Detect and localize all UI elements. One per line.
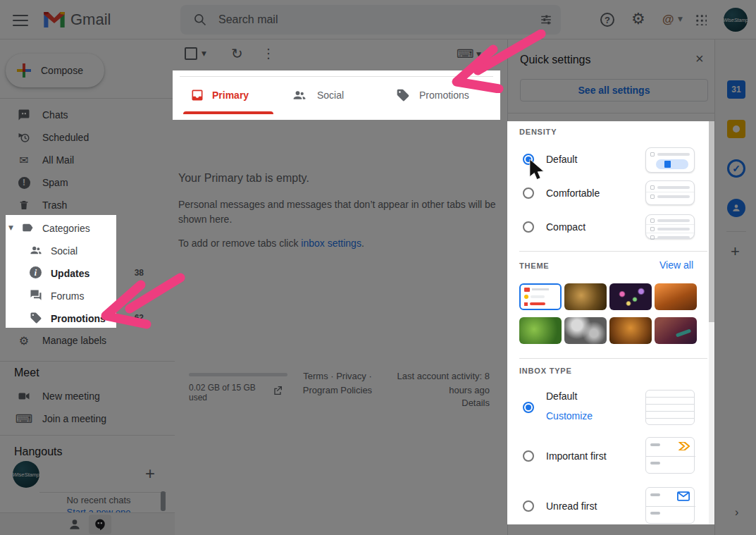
- inbox-customize-link[interactable]: Customize: [546, 410, 593, 422]
- forum-icon: [30, 289, 42, 305]
- collapse-caret-icon[interactable]: ▼: [8, 224, 13, 231]
- promotions-tag-icon: [396, 88, 410, 102]
- density-default-radio[interactable]: [523, 154, 534, 165]
- unread-envelope-icon: [677, 491, 690, 501]
- importance-marker-icon: [678, 442, 690, 450]
- theme-thumbnail-spheres[interactable]: [564, 317, 607, 344]
- inbox-default-label[interactable]: Default: [546, 391, 577, 402]
- inbox-important-radio[interactable]: [523, 450, 534, 462]
- density-default-thumbnail[interactable]: [645, 147, 695, 173]
- theme-thumbnail-bokeh[interactable]: [609, 283, 652, 310]
- tab-promotions[interactable]: Promotions: [389, 78, 491, 114]
- density-comfortable-label[interactable]: Comfortable: [546, 187, 600, 199]
- info-icon: i: [30, 266, 42, 278]
- inbox-type-section-title: INBOX TYPE: [519, 367, 572, 375]
- label-tag-icon: [21, 221, 34, 237]
- primary-inbox-icon: [190, 88, 204, 102]
- settings-scrollbar-thumb[interactable]: [709, 121, 714, 322]
- density-comfortable-thumbnail[interactable]: [645, 180, 695, 205]
- theme-thumbnail-chess[interactable]: [564, 283, 607, 310]
- inbox-unread-label[interactable]: Unread first: [546, 500, 597, 512]
- sidebar-item-promotions[interactable]: Promotions: [6, 307, 116, 329]
- inbox-unread-radio[interactable]: [523, 500, 534, 512]
- density-compact-thumbnail[interactable]: [645, 214, 695, 239]
- theme-thumbnail-river[interactable]: [655, 317, 697, 344]
- sidebar-item-social[interactable]: Social: [6, 239, 116, 262]
- theme-thumbnail-leaves[interactable]: [609, 317, 652, 344]
- inbox-unread-thumbnail[interactable]: [645, 487, 695, 524]
- theme-view-all-link[interactable]: View all: [659, 259, 693, 271]
- inbox-important-label[interactable]: Important first: [546, 450, 607, 462]
- density-comfortable-radio[interactable]: [523, 187, 534, 199]
- sidebar-item-forums[interactable]: Forums: [6, 284, 116, 307]
- inbox-default-radio[interactable]: [523, 402, 534, 413]
- inbox-tabs-spotlight: Primary Social Promotions: [173, 70, 500, 120]
- sidebar-item-updates[interactable]: i Updates: [6, 262, 116, 284]
- gmail-window: Gmail ? ⚙ @ ▼ WiseStamp: [0, 0, 756, 535]
- theme-thumbnail-canyon[interactable]: [655, 283, 697, 310]
- density-compact-label[interactable]: Compact: [546, 221, 585, 233]
- theme-thumbnail-green[interactable]: [519, 317, 562, 344]
- tab-primary[interactable]: Primary: [183, 78, 275, 114]
- inbox-important-thumbnail[interactable]: [645, 437, 695, 474]
- promotions-tag-icon: [30, 312, 42, 327]
- social-people-icon: [292, 88, 306, 102]
- settings-scrollbar-track[interactable]: [709, 121, 714, 524]
- active-tab-underline: [183, 111, 273, 114]
- inbox-default-thumbnail[interactable]: [645, 390, 695, 425]
- sidebar-item-categories[interactable]: ▼ Categories: [6, 216, 116, 239]
- theme-thumbnail-default[interactable]: [519, 283, 562, 310]
- density-default-label[interactable]: Default: [546, 154, 577, 165]
- tab-social[interactable]: Social: [285, 78, 377, 114]
- categories-spotlight: ▼ Categories Social i Updates Forums: [6, 215, 116, 328]
- density-compact-radio[interactable]: [523, 221, 534, 233]
- quick-settings-spotlight: DENSITY Default Comfortable Compact THEM…: [507, 121, 714, 524]
- density-section-title: DENSITY: [519, 128, 557, 136]
- theme-section-title: THEME: [519, 262, 550, 270]
- people-icon: [30, 244, 42, 259]
